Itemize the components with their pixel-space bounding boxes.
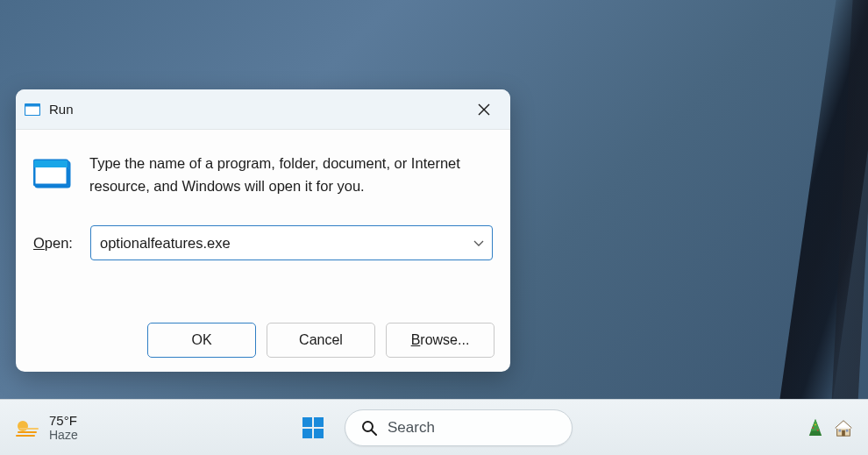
weather-temperature: 75°F xyxy=(49,413,78,428)
svg-point-8 xyxy=(18,421,28,431)
svg-rect-27 xyxy=(839,429,842,431)
weather-haze-icon xyxy=(14,416,39,440)
svg-rect-9 xyxy=(18,431,37,433)
svg-rect-1 xyxy=(25,103,40,106)
windows-logo-icon xyxy=(301,416,325,440)
open-input[interactable] xyxy=(90,225,493,260)
open-combobox[interactable] xyxy=(90,225,493,260)
close-icon xyxy=(478,103,490,116)
button-row: OK Cancel Browse... xyxy=(147,323,494,358)
run-icon xyxy=(25,102,40,117)
system-tray xyxy=(805,417,854,438)
svg-rect-28 xyxy=(846,429,849,431)
svg-rect-13 xyxy=(314,417,324,427)
taskbar: 75°F Haze Search xyxy=(0,399,868,455)
dialog-description: Type the name of a program, folder, docu… xyxy=(89,153,493,197)
svg-rect-15 xyxy=(314,429,324,438)
svg-rect-25 xyxy=(836,427,851,429)
dialog-title: Run xyxy=(49,102,463,117)
search-icon xyxy=(361,420,377,436)
tray-tree-icon[interactable] xyxy=(805,417,826,438)
start-button[interactable] xyxy=(295,410,331,445)
weather-widget[interactable]: 75°F Haze xyxy=(14,413,78,442)
svg-marker-24 xyxy=(836,420,851,427)
svg-rect-14 xyxy=(302,429,312,438)
svg-rect-10 xyxy=(16,435,35,437)
svg-point-21 xyxy=(817,429,819,430)
ok-button[interactable]: OK xyxy=(147,323,256,358)
svg-point-20 xyxy=(812,427,814,429)
svg-line-17 xyxy=(372,430,376,435)
open-label: Open: xyxy=(33,235,73,252)
taskbar-search[interactable]: Search xyxy=(345,409,573,446)
run-icon xyxy=(33,156,72,191)
svg-rect-7 xyxy=(34,160,68,167)
tray-house-icon[interactable] xyxy=(833,417,854,438)
svg-rect-11 xyxy=(19,428,39,430)
svg-point-22 xyxy=(815,423,816,425)
svg-rect-12 xyxy=(302,417,312,427)
search-placeholder: Search xyxy=(388,419,435,437)
browse-button[interactable]: Browse... xyxy=(386,323,494,358)
dialog-body: Type the name of a program, folder, docu… xyxy=(16,130,510,278)
svg-rect-26 xyxy=(842,430,845,435)
titlebar[interactable]: Run xyxy=(16,89,510,130)
close-button[interactable] xyxy=(463,95,505,124)
run-dialog: Run Type the name of a program, folder, … xyxy=(16,89,510,372)
cancel-button[interactable]: Cancel xyxy=(267,323,375,358)
weather-condition: Haze xyxy=(49,428,78,442)
